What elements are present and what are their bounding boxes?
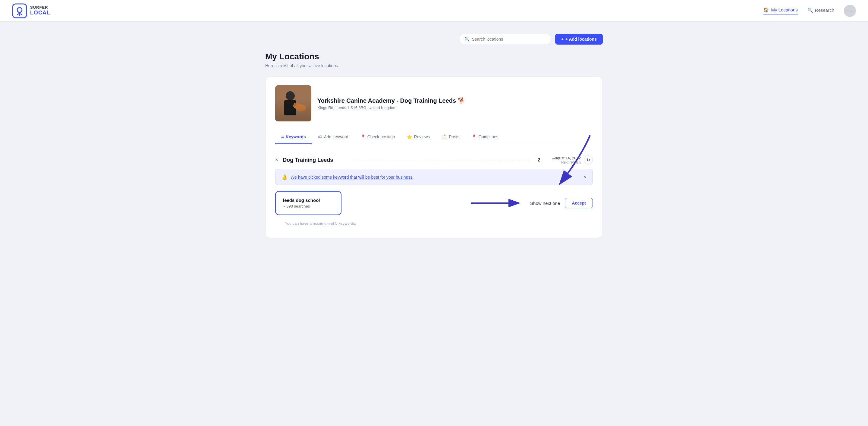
keyword-rank: 2	[537, 157, 540, 163]
search-nav-icon: 🔍	[807, 7, 813, 13]
home-icon: 🏠	[764, 7, 769, 13]
search-icon: 🔍	[464, 37, 470, 41]
logo[interactable]: SURFER LOCAL	[12, 3, 50, 19]
svg-point-4	[286, 91, 295, 100]
page-title: My Locations	[265, 52, 603, 62]
suggestion-keyword-searches: ~ 390 searches	[283, 204, 334, 208]
check-position-tab-icon: 📍	[361, 134, 366, 139]
refresh-button[interactable]: ↻	[584, 156, 593, 164]
location-card: Yorkshire Canine Academy - Dog Training …	[265, 76, 603, 238]
posts-tab-icon: 📋	[442, 134, 447, 139]
arrow-svg	[471, 197, 525, 209]
logo-text: SURFER LOCAL	[30, 5, 50, 16]
suggestion-section: 🔔 We have picked some keyword that will …	[275, 169, 593, 221]
top-bar: 🔍 + + Add locations	[265, 34, 603, 44]
accept-button[interactable]: Accept	[565, 198, 593, 208]
user-avatar[interactable]: ⋯	[844, 5, 856, 17]
svg-point-8	[293, 103, 297, 106]
suggestion-text: We have picked some keyword that will be…	[290, 175, 413, 179]
tab-posts[interactable]: 📋 Posts	[436, 130, 465, 144]
nav-my-locations[interactable]: 🏠 My Locations	[764, 7, 798, 14]
business-photo-svg	[275, 85, 311, 122]
tab-posts-label: Posts	[449, 134, 459, 139]
bell-icon: 🔔	[281, 174, 287, 180]
keywords-tab-icon: ≡	[281, 134, 284, 139]
business-image	[275, 85, 311, 122]
suggestion-banner: 🔔 We have picked some keyword that will …	[275, 169, 593, 185]
svg-point-1	[17, 7, 22, 12]
action-area: Show next one Accept	[347, 197, 593, 209]
svg-rect-5	[284, 100, 296, 116]
tab-keywords-label: Keywords	[286, 134, 306, 139]
tab-add-keyword[interactable]: 🏷 Add keyword	[312, 130, 354, 144]
business-address: Kings Rd, Leeds, LS16 8BG, United Kingdo…	[317, 105, 465, 110]
search-input[interactable]	[472, 37, 546, 41]
tab-check-position-label: Check position	[367, 134, 395, 139]
tab-guidelines[interactable]: 📍 Guidelines	[465, 130, 504, 144]
suggestion-close-button[interactable]: ×	[584, 175, 587, 179]
tab-check-position[interactable]: 📍 Check position	[354, 130, 401, 144]
add-icon: +	[561, 37, 564, 41]
main-nav: 🏠 My Locations 🔍 Research ⋯	[764, 5, 856, 17]
tab-reviews[interactable]: ⭐ Reviews	[401, 130, 436, 144]
bottom-text: You can have a maximum of 5 keywords.	[275, 221, 593, 230]
tab-guidelines-label: Guidelines	[478, 134, 498, 139]
tab-reviews-label: Reviews	[414, 134, 430, 139]
keyword-close-button[interactable]: ×	[275, 157, 278, 163]
add-button-label: + Add locations	[565, 37, 597, 41]
tab-add-keyword-label: Add keyword	[324, 134, 348, 139]
keyword-name: Dog Training Leeds	[283, 157, 343, 163]
avatar-icon: ⋯	[847, 7, 852, 14]
nav-my-locations-label: My Locations	[771, 7, 798, 12]
svg-rect-3	[275, 85, 311, 122]
tab-keywords[interactable]: ≡ Keywords	[275, 130, 312, 144]
keyword-dots	[350, 160, 530, 160]
nav-research[interactable]: 🔍 Research	[807, 7, 834, 14]
suggestion-keyword-name: leeds dog school	[283, 198, 334, 203]
svg-point-6	[296, 104, 306, 111]
card-header: Yorkshire Canine Academy - Dog Training …	[266, 77, 602, 130]
keyword-date-area: August 14, 2022 Next refresh	[552, 156, 581, 164]
tabs-bar: ≡ Keywords 🏷 Add keyword 📍 Check positio…	[266, 130, 602, 144]
logo-local-text: LOCAL	[30, 10, 50, 16]
main-content: 🔍 + + Add locations My Locations Here is…	[253, 22, 615, 250]
logo-surfer-text: SURFER	[30, 5, 50, 10]
keyword-row: × Dog Training Leeds 2 August 14, 2022 N…	[275, 151, 593, 169]
show-next-label: Show next one	[530, 201, 560, 206]
suggestion-card-area: leeds dog school ~ 390 searches	[275, 185, 593, 221]
logo-icon	[12, 3, 27, 19]
svg-point-7	[293, 103, 299, 108]
suggestion-left: 🔔 We have picked some keyword that will …	[281, 174, 413, 180]
reviews-tab-icon: ⭐	[407, 134, 412, 139]
add-locations-button[interactable]: + + Add locations	[555, 34, 603, 44]
page-subtitle: Here is a list of all your active locati…	[265, 63, 603, 68]
keyword-refresh-label: Next refresh	[561, 160, 581, 164]
business-info: Yorkshire Canine Academy - Dog Training …	[317, 97, 465, 110]
nav-research-label: Research	[815, 7, 834, 13]
add-keyword-tab-icon: 🏷	[318, 134, 322, 139]
search-box[interactable]: 🔍	[460, 34, 550, 44]
suggestion-card: leeds dog school ~ 390 searches	[275, 191, 341, 215]
header: SURFER LOCAL 🏠 My Locations 🔍 Research ⋯	[0, 0, 868, 22]
guidelines-tab-icon: 📍	[471, 134, 476, 139]
business-name: Yorkshire Canine Academy - Dog Training …	[317, 97, 465, 104]
keyword-section: × Dog Training Leeds 2 August 14, 2022 N…	[266, 144, 602, 238]
keyword-date: August 14, 2022	[552, 156, 581, 160]
